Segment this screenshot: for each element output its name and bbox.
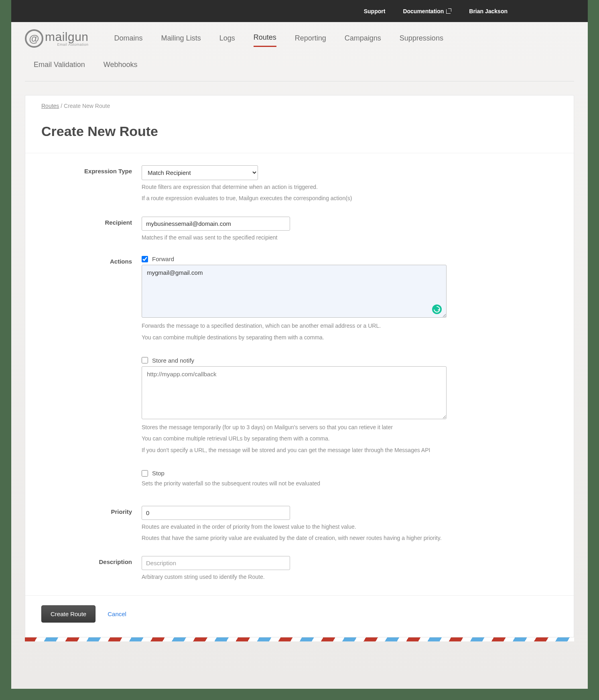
logo-name: mailgun	[45, 31, 89, 43]
form-footer: Create Route Cancel	[25, 595, 574, 637]
breadcrumb-parent[interactable]: Routes	[41, 103, 59, 109]
forward-action: Forward mygmail@gmail.com Forwards the m…	[142, 256, 447, 342]
nav-webhooks[interactable]: Webhooks	[104, 57, 138, 73]
priority-help-1: Routes are evaluated in the order of pri…	[142, 522, 447, 531]
stop-label: Stop	[152, 470, 164, 477]
grammarly-icon[interactable]	[432, 304, 442, 314]
page-title: Create New Route	[25, 116, 574, 153]
priority-help-2: Routes that have the same priority value…	[142, 534, 447, 542]
content-card: Routes / Create New Route Create New Rou…	[25, 95, 574, 637]
store-help-2: You can combine multiple retrieval URLs …	[142, 434, 447, 443]
forward-help-2: You can combine multiple destinations by…	[142, 333, 447, 342]
description-input[interactable]	[142, 556, 290, 570]
create-route-button[interactable]: Create Route	[41, 605, 95, 623]
expression-type-select[interactable]: Match Recipient	[142, 165, 258, 180]
nav-reporting[interactable]: Reporting	[295, 31, 326, 47]
store-checkbox[interactable]	[142, 357, 148, 363]
forward-textarea[interactable]: mygmail@gmail.com	[142, 265, 447, 318]
user-menu[interactable]: Brian Jackson	[469, 8, 508, 14]
documentation-label: Documentation	[403, 8, 444, 14]
expression-type-help-1: Route filters are expression that determ…	[142, 183, 447, 191]
store-help-3: If you don't specify a URL, the message …	[142, 446, 447, 454]
actions-label: Actions	[41, 256, 142, 492]
stop-help: Sets the priority waterfall so the subse…	[142, 479, 447, 488]
recipient-label: Recipient	[41, 217, 142, 242]
expression-type-label: Expression Type	[41, 165, 142, 203]
app-frame: Support Documentation Brian Jackson @ ma…	[11, 0, 588, 689]
documentation-link[interactable]: Documentation	[403, 8, 451, 14]
nav-campaigns[interactable]: Campaigns	[345, 31, 381, 47]
forward-checkbox[interactable]	[142, 256, 148, 262]
nav-domains[interactable]: Domains	[114, 31, 143, 47]
cancel-link[interactable]: Cancel	[108, 611, 126, 617]
breadcrumb: Routes / Create New Route	[25, 95, 574, 116]
nav-logs[interactable]: Logs	[219, 31, 235, 47]
description-label: Description	[41, 556, 142, 581]
logo[interactable]: @ mailgun Email Automation	[25, 29, 89, 48]
recipient-help: Matches if the email was sent to the spe…	[142, 233, 447, 242]
priority-label: Priority	[41, 506, 142, 543]
route-form: Expression Type Match Recipient Route fi…	[25, 153, 574, 582]
forward-label: Forward	[152, 256, 174, 262]
external-link-icon	[446, 8, 451, 14]
logo-tagline: Email Automation	[45, 43, 89, 47]
topbar: Support Documentation Brian Jackson	[11, 0, 588, 22]
store-help-1: Stores the message temporarily (for up t…	[142, 423, 447, 432]
recipient-input[interactable]	[142, 217, 290, 231]
airmail-stripe	[25, 637, 574, 641]
store-label: Store and notify	[152, 357, 194, 364]
expression-type-help-2: If a route expression evaluates to true,…	[142, 194, 447, 203]
stop-checkbox[interactable]	[142, 470, 148, 477]
store-action: Store and notify Stores the message temp…	[142, 357, 447, 454]
main-nav: @ mailgun Email Automation Domains Maili…	[11, 22, 588, 81]
description-help: Arbitrary custom string used to identify…	[142, 572, 447, 581]
nav-routes[interactable]: Routes	[254, 30, 276, 47]
priority-input[interactable]	[142, 506, 290, 520]
breadcrumb-separator: /	[61, 103, 64, 109]
nav-suppressions[interactable]: Suppressions	[400, 31, 443, 47]
store-textarea[interactable]	[142, 366, 447, 419]
breadcrumb-current: Create New Route	[64, 103, 110, 109]
support-link[interactable]: Support	[364, 8, 386, 14]
forward-help-1: Forwards the message to a specified dest…	[142, 321, 447, 330]
at-icon: @	[25, 29, 43, 48]
nav-mailing-lists[interactable]: Mailing Lists	[161, 31, 201, 47]
stop-action: Stop Sets the priority waterfall so the …	[142, 470, 447, 488]
nav-email-validation[interactable]: Email Validation	[34, 57, 85, 73]
